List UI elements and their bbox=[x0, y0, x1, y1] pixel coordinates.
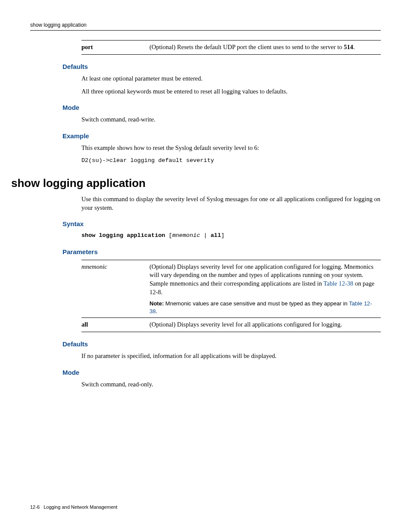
desc-pre: (Optional) Resets the default UDP port t… bbox=[149, 44, 344, 50]
table-row: mnemonic (Optional) Displays severity le… bbox=[81, 260, 381, 317]
param-key: port bbox=[81, 40, 149, 55]
syntax-bold1: show logging application bbox=[81, 232, 165, 239]
mode1-text: Switch command, read-write. bbox=[81, 115, 381, 124]
syntax-plain1: [ bbox=[165, 232, 172, 239]
example-text: This example shows how to reset the Sysl… bbox=[81, 144, 381, 152]
heading-example: Example bbox=[62, 132, 381, 140]
defaults2-text: If no parameter is specified, informatio… bbox=[81, 352, 381, 361]
desc-post: . bbox=[353, 44, 355, 50]
note-text: Mnemonic values are case sensitive and m… bbox=[164, 300, 349, 307]
heading-defaults-2: Defaults bbox=[62, 340, 381, 348]
syntax-italic1: mnemonic bbox=[172, 232, 200, 239]
parameters-table: mnemonic (Optional) Displays severity le… bbox=[81, 260, 381, 332]
table-row: port (Optional) Resets the default UDP p… bbox=[81, 40, 381, 55]
desc-bold: 514 bbox=[344, 44, 353, 50]
defaults1-line2: All three optional keywords must be ente… bbox=[81, 87, 381, 96]
command-title: show logging application bbox=[11, 176, 381, 191]
param-key-mnemonic: mnemonic bbox=[81, 260, 149, 317]
note-label: Note: bbox=[149, 300, 164, 307]
page-header: show logging application bbox=[30, 22, 381, 31]
heading-mode-1: Mode bbox=[62, 103, 381, 112]
param-desc-all: (Optional) Displays severity level for a… bbox=[149, 318, 381, 332]
table-12-38-link[interactable]: Table 12-38 bbox=[324, 280, 353, 287]
heading-defaults-1: Defaults bbox=[62, 62, 381, 71]
command-intro: Use this command to display the severity… bbox=[81, 195, 381, 212]
header-title: show logging application bbox=[30, 22, 87, 28]
note-post: . bbox=[156, 308, 157, 314]
mode2-text: Switch command, read-only. bbox=[81, 380, 381, 389]
heading-parameters: Parameters bbox=[62, 248, 381, 256]
row1-note: Note: Mnemonic values are case sensitive… bbox=[149, 300, 377, 315]
defaults1-line1: At least one optional parameter must be … bbox=[81, 75, 381, 83]
param-desc-mnemonic: (Optional) Displays severity level for o… bbox=[149, 260, 381, 317]
table-row: all (Optional) Displays severity level f… bbox=[81, 318, 381, 332]
param-table-port: port (Optional) Resets the default UDP p… bbox=[81, 40, 381, 55]
syntax-line: show logging application [mnemonic | all… bbox=[81, 232, 381, 240]
param-desc: (Optional) Resets the default UDP port t… bbox=[149, 40, 381, 55]
content-area: port (Optional) Resets the default UDP p… bbox=[62, 40, 381, 165]
example-code: D2(su)->clear logging default severity bbox=[81, 157, 381, 165]
param-key-all: all bbox=[81, 318, 149, 332]
syntax-plain2: | bbox=[200, 232, 210, 239]
syntax-plain3: ] bbox=[221, 232, 224, 239]
heading-syntax: Syntax bbox=[62, 220, 381, 228]
heading-mode-2: Mode bbox=[62, 368, 381, 377]
syntax-bold2: all bbox=[211, 232, 221, 239]
content-area-2: Use this command to display the severity… bbox=[62, 195, 381, 389]
